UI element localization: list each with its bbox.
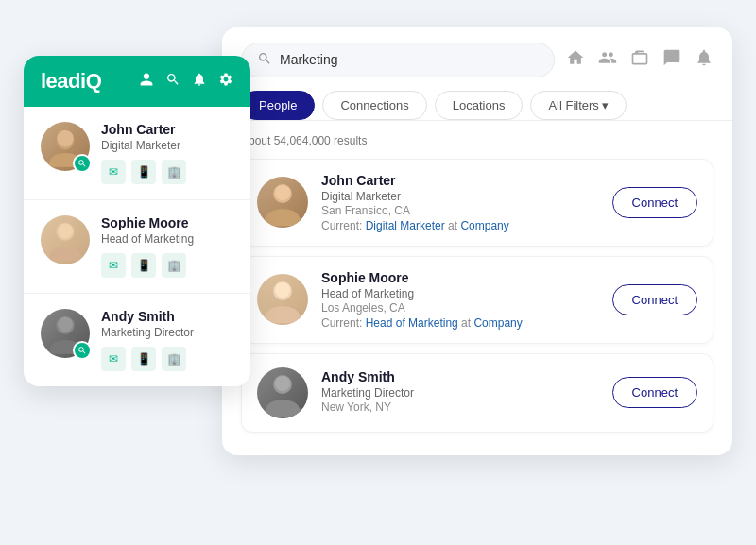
result-title: Marketing Director [321,386,599,400]
result-current-title: Digital Marketer [366,219,445,232]
linkedin-icon[interactable]: 🏢 [162,347,186,371]
avatar [41,215,90,264]
search-input-wrap[interactable] [241,43,555,77]
person-title: Head of Marketing [101,232,233,246]
search-icon[interactable] [165,72,180,91]
phone-icon[interactable]: 📱 [131,253,156,278]
svg-point-12 [275,376,290,391]
person-name: Sophie Moore [101,215,233,230]
people-icon[interactable] [598,48,617,72]
sidebar-header: leadiQ [24,56,250,107]
header-icon-group [139,72,233,91]
svg-point-6 [58,316,73,332]
list-item: John Carter Digital Marketer ✉ 📱 🏢 [24,107,250,200]
linkedin-icon[interactable]: 🏢 [162,160,186,184]
briefcase-icon[interactable] [630,48,649,72]
svg-point-8 [275,185,290,200]
avatar [257,367,308,418]
result-current-title: Head of Marketing [366,316,458,330]
email-icon[interactable]: ✉ [101,160,126,184]
person-info: Sophie Moore Head of Marketing ✉ 📱 🏢 [101,215,233,278]
connect-button[interactable]: Connect [612,187,697,218]
person-actions: ✉ 📱 🏢 [101,160,233,184]
result-current: Current: Head of Marketing at Company [321,316,599,330]
avatar [257,177,308,228]
notification-icon[interactable] [695,48,713,72]
result-title: Head of Marketing [321,287,599,300]
person-info: John Carter Digital Marketer ✉ 📱 🏢 [101,122,233,184]
result-info: Sophie Moore Head of Marketing Los Angel… [321,270,599,330]
svg-point-4 [58,223,73,238]
search-input[interactable] [280,52,539,67]
results-count: About 54,064,000 results [241,134,713,147]
result-info: John Carter Digital Marketer San Fransic… [321,173,599,232]
avatar-wrap [41,309,90,358]
search-badge [73,341,92,360]
result-name: Sophie Moore [321,270,599,285]
avatar-wrap [41,122,90,171]
result-name: John Carter [321,173,599,188]
table-row: Sophie Moore Head of Marketing Los Angel… [241,256,713,344]
person-title: Marketing Director [101,326,233,339]
result-company: Company [473,316,522,330]
result-info: Andy Smith Marketing Director New York, … [321,369,599,416]
person-name: Andy Smith [101,309,233,324]
search-icon [257,51,272,69]
results-body: About 54,064,000 results John Carter Dig… [222,121,732,455]
tab-locations[interactable]: Locations [435,91,524,120]
home-icon[interactable] [566,48,585,72]
logo: leadiQ [41,69,101,94]
result-location: San Fransico, CA [321,204,599,217]
result-location: Los Angeles, CA [321,301,599,315]
person-name: John Carter [101,122,233,137]
person-actions: ✉ 📱 🏢 [101,253,233,278]
connect-button[interactable]: Connect [612,284,697,315]
avatar [257,274,308,325]
linkedin-icon[interactable]: 🏢 [162,253,186,278]
result-title: Digital Marketer [321,190,599,203]
email-icon[interactable]: ✉ [101,253,126,278]
result-location: New York, NY [321,400,599,414]
person-icon[interactable] [139,72,154,91]
tab-all-filters[interactable]: All Filters ▾ [530,91,627,120]
filter-tabs: People Connections Locations All Filters… [241,91,713,120]
svg-point-2 [57,129,73,145]
table-row: Andy Smith Marketing Director New York, … [241,353,713,433]
search-header: People Connections Locations All Filters… [222,27,732,121]
result-current: Current: Digital Marketer at Company [321,219,599,232]
search-bar [241,43,713,77]
tab-connections[interactable]: Connections [322,91,426,120]
connect-button[interactable]: Connect [612,377,697,408]
email-icon[interactable]: ✉ [101,347,126,371]
list-item: Sophie Moore Head of Marketing ✉ 📱 🏢 [24,200,250,294]
sidebar-panel: leadiQ [24,56,250,386]
person-info: Andy Smith Marketing Director ✉ 📱 🏢 [101,309,233,371]
sidebar-body: John Carter Digital Marketer ✉ 📱 🏢 [24,107,250,386]
person-title: Digital Marketer [101,139,233,152]
table-row: John Carter Digital Marketer San Fransic… [241,159,713,247]
search-badge [73,154,92,173]
list-item: Andy Smith Marketing Director ✉ 📱 🏢 [24,294,250,386]
person-actions: ✉ 📱 🏢 [101,347,233,371]
result-name: Andy Smith [321,369,599,384]
svg-point-10 [275,282,290,298]
avatar-wrap [41,215,90,264]
phone-icon[interactable]: 📱 [131,160,156,184]
bell-icon[interactable] [192,72,207,91]
result-company: Company [460,219,508,232]
top-nav-icons [566,48,713,72]
gear-icon[interactable] [218,72,233,91]
phone-icon[interactable]: 📱 [131,347,156,371]
tab-people[interactable]: People [241,91,315,120]
search-results-panel: People Connections Locations All Filters… [222,27,732,455]
chat-icon[interactable] [662,48,681,72]
